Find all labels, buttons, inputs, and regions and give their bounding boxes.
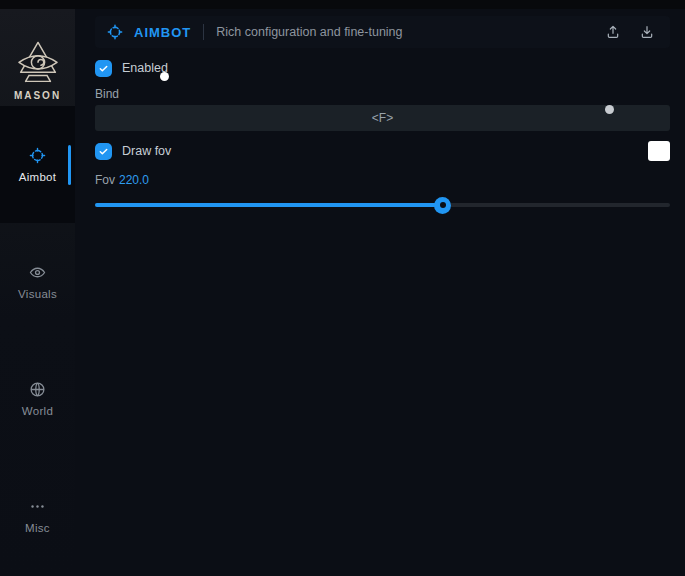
check-icon [98, 146, 109, 157]
crosshair-icon [107, 24, 123, 40]
sidebar-item-visuals[interactable]: Visuals [0, 223, 75, 340]
brand-name: MASON [14, 90, 61, 101]
ellipsis-icon [29, 498, 46, 515]
header-divider [203, 24, 204, 40]
fov-slider[interactable] [95, 196, 670, 214]
enabled-row: Enabled [95, 59, 670, 77]
sidebar-item-label: World [22, 405, 53, 417]
bind-label: Bind [95, 87, 670, 101]
draw-fov-row: Draw fov [95, 142, 670, 160]
active-indicator [68, 145, 71, 185]
main-panel: AIMBOT Rich configuration and fine-tunin… [75, 9, 685, 576]
crosshair-icon [29, 147, 46, 164]
bind-value: <F> [372, 111, 393, 125]
draw-fov-label: Draw fov [122, 144, 171, 158]
sidebar-item-label: Aimbot [19, 171, 57, 183]
page-title: AIMBOT [134, 25, 191, 40]
cursor-dot [160, 72, 169, 81]
enabled-checkbox[interactable] [95, 60, 112, 77]
section-header: AIMBOT Rich configuration and fine-tunin… [95, 16, 670, 48]
download-config-button[interactable] [636, 21, 658, 43]
download-icon [639, 24, 655, 40]
draw-fov-checkbox[interactable] [95, 143, 112, 160]
mason-eye-pyramid-icon [13, 40, 63, 88]
fov-label: Fov [95, 173, 115, 187]
sidebar-item-label: Visuals [18, 288, 57, 300]
sidebar-item-aimbot[interactable]: Aimbot [0, 106, 75, 223]
fov-row-label: Fov220.0 [95, 173, 670, 187]
window-top-strip [0, 0, 685, 9]
sidebar-item-misc[interactable]: Misc [0, 457, 75, 574]
check-icon [98, 63, 109, 74]
fov-slider-fill [95, 203, 443, 207]
fov-value: 220.0 [119, 173, 149, 187]
sidebar: MASON Aimbot Visuals World [0, 9, 75, 576]
globe-icon [29, 381, 46, 398]
brand-logo: MASON [0, 9, 75, 106]
fov-slider-thumb[interactable] [434, 197, 451, 214]
app-window: MASON Aimbot Visuals World [0, 0, 685, 576]
fov-color-swatch[interactable] [648, 141, 670, 161]
sidebar-item-label: Misc [25, 522, 50, 534]
upload-icon [605, 24, 621, 40]
drag-dot [605, 105, 614, 114]
upload-config-button[interactable] [602, 21, 624, 43]
eye-icon [29, 264, 46, 281]
bind-input[interactable]: <F> [95, 105, 670, 131]
page-subtitle: Rich configuration and fine-tuning [216, 25, 402, 39]
sidebar-item-world[interactable]: World [0, 340, 75, 457]
